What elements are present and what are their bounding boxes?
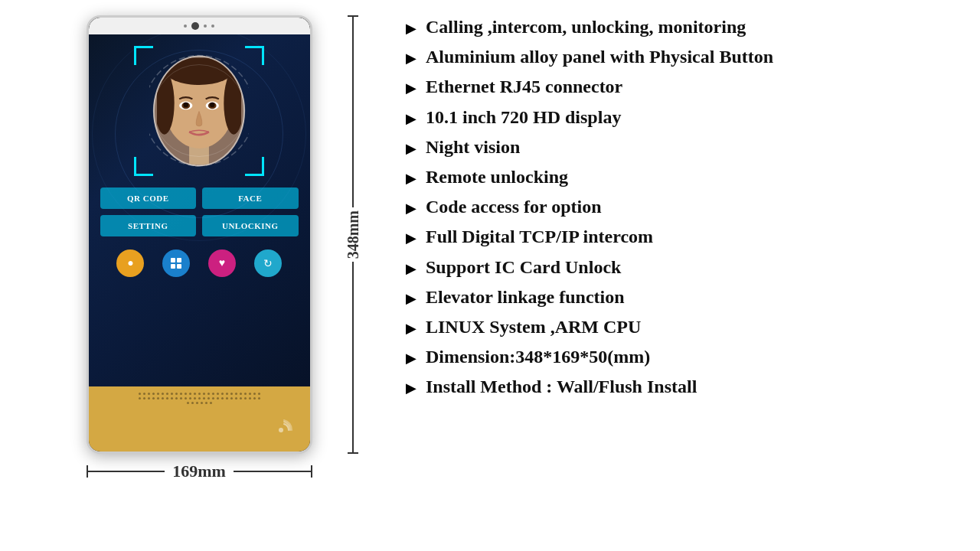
speaker-dot bbox=[180, 397, 182, 399]
bracket-tick-bottom bbox=[348, 452, 358, 454]
device-container: QR CODE FACE SETTING UNLOCKING ● bbox=[87, 15, 312, 454]
svg-rect-14 bbox=[177, 258, 181, 262]
feature-item-1: ▶Aluminium alloy panel with Physical But… bbox=[406, 45, 953, 69]
face-oval bbox=[153, 56, 245, 167]
speaker-dot bbox=[152, 397, 155, 399]
bracket-line-bottom bbox=[352, 262, 354, 452]
bullet-arrow-4: ▶ bbox=[406, 142, 416, 155]
face-oval-container bbox=[153, 56, 245, 167]
speaker-dot bbox=[180, 393, 182, 395]
speaker-dot bbox=[226, 393, 228, 395]
speaker-dot bbox=[230, 393, 233, 395]
speaker-dot bbox=[185, 393, 187, 395]
right-panel: ▶Calling ,intercom, unlocking, monitorin… bbox=[383, 8, 965, 412]
speaker-dot bbox=[240, 393, 242, 395]
bullet-arrow-10: ▶ bbox=[406, 321, 416, 335]
feature-text-3: 10.1 inch 720 HD display bbox=[426, 106, 621, 129]
bottom-icons: ● ♥ ↻ bbox=[100, 246, 299, 281]
dim-tick-right bbox=[311, 465, 312, 478]
icon-pink: ♥ bbox=[208, 249, 236, 277]
feature-list: ▶Calling ,intercom, unlocking, monitorin… bbox=[406, 15, 953, 399]
bullet-arrow-6: ▶ bbox=[406, 201, 416, 215]
speaker-dot bbox=[253, 397, 256, 399]
speaker-dot bbox=[189, 397, 191, 399]
dimension-width-label: 169mm bbox=[165, 461, 234, 481]
feature-item-10: ▶LINUX System ,ARM CPU bbox=[406, 315, 953, 339]
speaker-dot bbox=[175, 397, 178, 399]
top-dot-2 bbox=[204, 24, 207, 28]
speaker-dot bbox=[212, 393, 214, 395]
svg-rect-16 bbox=[177, 264, 181, 269]
feature-item-2: ▶Ethernet RJ45 connector bbox=[406, 75, 953, 99]
speaker-dot bbox=[198, 397, 201, 399]
feature-item-5: ▶Remote unlocking bbox=[406, 165, 953, 189]
bracket-line-top bbox=[352, 17, 354, 207]
speaker-dot bbox=[217, 393, 219, 395]
speaker-dot bbox=[171, 393, 173, 395]
dimension-height-label: 348mm bbox=[345, 207, 362, 262]
speaker-dot bbox=[157, 393, 159, 395]
face-frame bbox=[134, 46, 264, 176]
speaker-dot bbox=[244, 393, 247, 395]
speaker-dot bbox=[152, 393, 155, 395]
corner-tl bbox=[134, 46, 153, 65]
speaker-dot bbox=[230, 397, 233, 399]
bullet-arrow-0: ▶ bbox=[406, 21, 416, 35]
speaker-dot bbox=[258, 397, 260, 399]
speaker-dot bbox=[139, 393, 141, 395]
speaker-dot bbox=[148, 397, 150, 399]
speaker-dot bbox=[244, 397, 247, 399]
speaker-dot bbox=[249, 393, 251, 395]
speaker-dot bbox=[157, 397, 159, 399]
top-dot-3 bbox=[211, 24, 214, 28]
top-dot-camera bbox=[191, 22, 199, 30]
bullet-arrow-12: ▶ bbox=[406, 381, 416, 395]
icon-cyan-symbol: ↻ bbox=[263, 257, 273, 270]
feature-text-8: Support IC Card Unlock bbox=[426, 256, 621, 279]
bullet-arrow-1: ▶ bbox=[406, 51, 416, 65]
nfc-icon bbox=[273, 419, 295, 445]
corner-bl bbox=[134, 157, 153, 176]
speaker-dot bbox=[189, 393, 191, 395]
speaker-dot bbox=[148, 393, 150, 395]
speaker-dot bbox=[185, 397, 187, 399]
svg-point-17 bbox=[279, 428, 283, 432]
corner-tr bbox=[245, 46, 264, 65]
feature-item-0: ▶Calling ,intercom, unlocking, monitorin… bbox=[406, 15, 953, 39]
speaker-dot bbox=[203, 393, 205, 395]
icon-blue-grid bbox=[162, 249, 190, 277]
feature-text-1: Aluminium alloy panel with Physical Butt… bbox=[426, 45, 773, 69]
speaker-dot bbox=[235, 393, 237, 395]
speaker-dot bbox=[196, 402, 198, 404]
feature-text-9: Elevator linkage function bbox=[426, 285, 625, 309]
feature-item-9: ▶Elevator linkage function bbox=[406, 285, 953, 309]
icon-cyan: ↻ bbox=[254, 249, 282, 277]
speaker-dot bbox=[194, 393, 196, 395]
device-bottom-strip bbox=[89, 386, 310, 452]
corner-br bbox=[245, 157, 264, 176]
speaker-dot bbox=[217, 397, 219, 399]
speaker-dot bbox=[240, 397, 242, 399]
bullet-arrow-9: ▶ bbox=[406, 292, 416, 305]
icon-yellow-symbol: ● bbox=[127, 257, 133, 269]
speaker-dot bbox=[205, 402, 207, 404]
bullet-arrow-5: ▶ bbox=[406, 171, 416, 185]
dim-line-left bbox=[88, 471, 165, 472]
speaker-dot bbox=[201, 402, 203, 404]
bullet-arrow-3: ▶ bbox=[406, 112, 416, 126]
top-dot-1 bbox=[184, 24, 187, 28]
svg-point-9 bbox=[184, 102, 188, 106]
svg-rect-13 bbox=[171, 258, 175, 262]
feature-text-2: Ethernet RJ45 connector bbox=[426, 75, 622, 99]
face-svg bbox=[157, 57, 241, 165]
speaker-dot bbox=[249, 397, 251, 399]
speaker-dot bbox=[235, 397, 237, 399]
grid-icon bbox=[169, 256, 183, 270]
icon-pink-symbol: ♥ bbox=[219, 257, 225, 269]
speaker-dot bbox=[221, 393, 224, 395]
device-screen: QR CODE FACE SETTING UNLOCKING ● bbox=[89, 34, 310, 386]
speaker-dot bbox=[143, 393, 145, 395]
feature-item-8: ▶Support IC Card Unlock bbox=[406, 256, 953, 279]
speaker-dot bbox=[187, 402, 189, 404]
bullet-arrow-7: ▶ bbox=[406, 231, 416, 245]
